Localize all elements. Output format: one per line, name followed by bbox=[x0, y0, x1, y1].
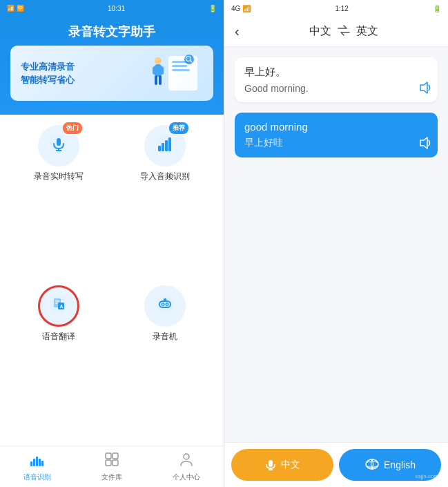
swap-icon[interactable] bbox=[337, 25, 351, 38]
svg-rect-35 bbox=[30, 461, 32, 466]
msg2-speaker-icon[interactable] bbox=[418, 137, 431, 152]
right-battery: 🔋 bbox=[433, 5, 441, 12]
banner-illustration bbox=[148, 52, 203, 94]
status-bar-right: 4G 📶 1:12 🔋 bbox=[224, 0, 448, 17]
msg1-translated: Good morning. bbox=[244, 83, 428, 94]
left-battery: 🔋 bbox=[208, 5, 217, 12]
svg-point-34 bbox=[166, 303, 168, 305]
svg-rect-20 bbox=[165, 140, 168, 151]
banner-line1: 专业高清录音 bbox=[21, 60, 75, 74]
recorder-icon bbox=[155, 294, 175, 319]
svg-rect-39 bbox=[41, 461, 43, 466]
import-icon-wrap: 推荐 bbox=[144, 125, 186, 166]
nav-recognition[interactable]: 语音识别 bbox=[0, 452, 75, 482]
right-phone: 4G 📶 1:12 🔋 ‹ 中文 英文 早上好。 Good morning. bbox=[224, 0, 448, 487]
translation-direction: 中文 英文 bbox=[250, 24, 438, 39]
import-label: 导入音频识别 bbox=[140, 171, 190, 182]
files-nav-icon bbox=[104, 452, 119, 470]
svg-rect-24 bbox=[55, 300, 59, 302]
realtime-icon-wrap: 热门 bbox=[38, 125, 79, 166]
import-icon bbox=[155, 133, 175, 159]
bottom-action-bar: 中文 English xajjn.com bbox=[224, 442, 448, 487]
svg-rect-43 bbox=[113, 460, 118, 466]
menu-item-realtime[interactable]: 热门 录音实时转写 bbox=[10, 125, 107, 275]
right-wifi: 📶 bbox=[242, 5, 251, 12]
svg-rect-40 bbox=[106, 453, 111, 459]
svg-rect-47 bbox=[269, 460, 273, 467]
right-header: ‹ 中文 英文 bbox=[224, 17, 448, 47]
recorder-icon-wrap bbox=[144, 285, 186, 327]
profile-nav-icon bbox=[179, 452, 194, 470]
left-header: 录音转文字助手 专业高清录音 智能转写省心 bbox=[0, 17, 224, 115]
realtime-label: 录音实时转写 bbox=[34, 171, 84, 182]
files-nav-label: 文件库 bbox=[101, 472, 122, 482]
chinese-btn[interactable]: 中文 bbox=[231, 449, 333, 481]
msg2-original: good morning bbox=[244, 121, 428, 133]
right-time: 1:12 bbox=[335, 5, 348, 12]
svg-marker-46 bbox=[420, 137, 427, 149]
svg-rect-3 bbox=[172, 69, 190, 71]
lang-to: 英文 bbox=[356, 24, 378, 39]
recorder-label: 录音机 bbox=[153, 331, 177, 343]
svg-marker-45 bbox=[420, 82, 427, 93]
svg-rect-2 bbox=[172, 65, 187, 67]
svg-rect-12 bbox=[159, 75, 162, 85]
menu-grid: 热门 录音实时转写 推荐 导入音频识别 bbox=[0, 115, 224, 446]
signal-icon: 📶 bbox=[7, 5, 14, 12]
message-2: good morning 早上好哇 bbox=[235, 113, 438, 157]
svg-rect-10 bbox=[159, 66, 164, 75]
svg-text:A: A bbox=[59, 304, 63, 309]
recognition-nav-label: 语音识别 bbox=[23, 472, 51, 482]
status-bar-left: 📶 🛜 10:31 🔋 bbox=[0, 0, 224, 17]
svg-point-28 bbox=[156, 295, 174, 313]
recognition-nav-icon bbox=[30, 452, 45, 470]
menu-item-translate[interactable]: A 语音翻译 bbox=[10, 285, 107, 435]
wifi-icon: 🛜 bbox=[17, 5, 24, 12]
watermark-text: xajjn.com bbox=[415, 473, 438, 479]
realtime-icon bbox=[48, 133, 69, 159]
msg1-speaker-icon[interactable] bbox=[418, 82, 431, 97]
chinese-btn-icon bbox=[264, 458, 277, 472]
svg-rect-19 bbox=[162, 143, 164, 151]
english-btn[interactable]: English xajjn.com bbox=[339, 449, 441, 481]
svg-rect-36 bbox=[33, 459, 35, 466]
svg-rect-14 bbox=[57, 138, 61, 146]
app-title: 录音转文字助手 bbox=[10, 23, 213, 40]
nav-files[interactable]: 文件库 bbox=[75, 452, 149, 482]
left-time: 10:31 bbox=[108, 5, 125, 12]
banner: 专业高清录音 智能转写省心 bbox=[10, 46, 213, 101]
svg-point-33 bbox=[162, 303, 164, 305]
translate-label: 语音翻译 bbox=[42, 331, 75, 343]
import-badge: 推荐 bbox=[169, 122, 188, 134]
profile-nav-label: 个人中心 bbox=[173, 472, 200, 482]
nav-profile[interactable]: 个人中心 bbox=[149, 452, 224, 482]
banner-line2: 智能转写省心 bbox=[21, 73, 75, 87]
banner-svg bbox=[148, 52, 203, 94]
svg-rect-25 bbox=[55, 303, 58, 304]
message-1: 早上好。 Good morning. bbox=[235, 57, 438, 102]
svg-rect-21 bbox=[168, 137, 171, 151]
menu-item-import[interactable]: 推荐 导入音频识别 bbox=[117, 125, 214, 275]
chat-area: 早上好。 Good morning. good morning 早上好哇 bbox=[224, 47, 448, 442]
svg-rect-18 bbox=[158, 146, 161, 151]
translate-icon-wrap: A bbox=[38, 285, 79, 327]
left-status-icons: 📶 🛜 bbox=[7, 5, 24, 12]
lang-from: 中文 bbox=[309, 24, 331, 39]
left-phone: 📶 🛜 10:31 🔋 录音转文字助手 专业高清录音 智能转写省心 bbox=[0, 0, 224, 487]
right-signal: 4G bbox=[231, 5, 240, 12]
menu-item-recorder[interactable]: 录音机 bbox=[117, 285, 214, 435]
svg-rect-32 bbox=[164, 298, 166, 301]
bottom-nav-left: 语音识别 文件库 个人中心 bbox=[0, 446, 224, 487]
svg-rect-11 bbox=[155, 75, 157, 85]
right-status-left: 4G 📶 bbox=[231, 5, 251, 12]
svg-point-44 bbox=[184, 454, 189, 459]
svg-rect-38 bbox=[39, 459, 41, 466]
back-button[interactable]: ‹ bbox=[235, 23, 240, 39]
realtime-badge: 热门 bbox=[63, 122, 82, 134]
svg-rect-9 bbox=[153, 66, 157, 75]
svg-rect-37 bbox=[36, 457, 38, 466]
svg-rect-42 bbox=[106, 460, 111, 466]
msg1-original: 早上好。 bbox=[244, 66, 428, 79]
msg2-translated: 早上好哇 bbox=[244, 137, 428, 149]
chinese-btn-label: 中文 bbox=[281, 459, 300, 471]
